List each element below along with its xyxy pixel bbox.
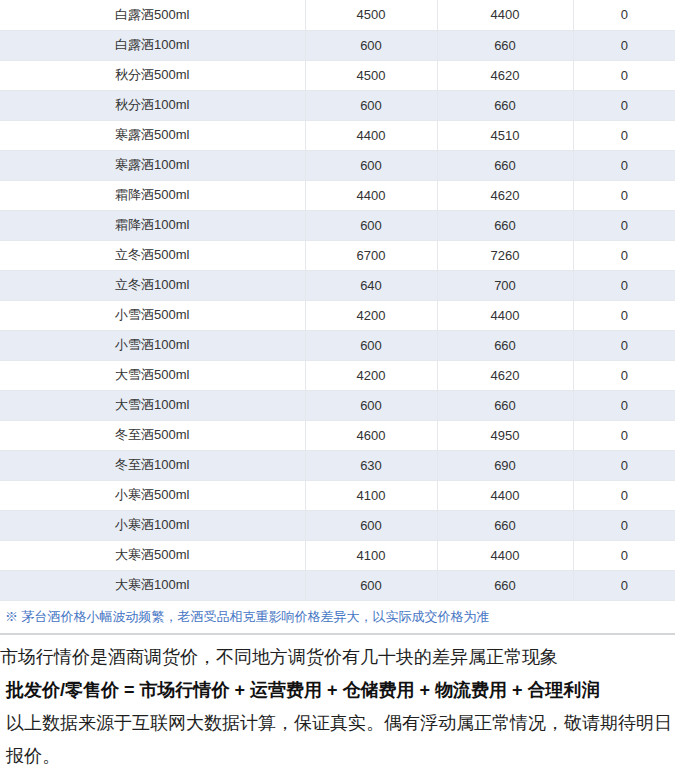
note-data-source-line1: 以上数据来源于互联网大数据计算，保证真实。偶有浮动属正常情况，敬请期待明日	[0, 707, 675, 740]
change-cell: 0	[573, 0, 675, 30]
change-cell: 0	[573, 180, 675, 210]
table-row: 小雪酒500ml420044000	[0, 300, 675, 330]
retail-price-cell: 700	[437, 270, 573, 300]
retail-price-cell: 660	[437, 30, 573, 60]
product-name-cell: 大寒酒500ml	[0, 540, 305, 570]
table-row: 秋分酒500ml450046200	[0, 60, 675, 90]
retail-price-cell: 4620	[437, 360, 573, 390]
retail-price-cell: 7260	[437, 240, 573, 270]
retail-price-cell: 4400	[437, 540, 573, 570]
change-cell: 0	[573, 240, 675, 270]
change-cell: 0	[573, 510, 675, 540]
table-row: 白露酒100ml6006600	[0, 30, 675, 60]
retail-price-cell: 660	[437, 330, 573, 360]
change-cell: 0	[573, 420, 675, 450]
product-name-cell: 大雪酒500ml	[0, 360, 305, 390]
product-name-cell: 冬至酒500ml	[0, 420, 305, 450]
table-row: 霜降酒100ml6006600	[0, 210, 675, 240]
change-cell: 0	[573, 60, 675, 90]
market-price-cell: 4200	[305, 300, 437, 330]
table-row: 冬至酒500ml460049500	[0, 420, 675, 450]
market-price-cell: 4600	[305, 420, 437, 450]
change-cell: 0	[573, 540, 675, 570]
product-name-cell: 霜降酒500ml	[0, 180, 305, 210]
table-row: 霜降酒500ml440046200	[0, 180, 675, 210]
retail-price-cell: 660	[437, 570, 573, 600]
market-price-cell: 4500	[305, 0, 437, 30]
retail-price-cell: 4400	[437, 0, 573, 30]
market-price-cell: 4200	[305, 360, 437, 390]
change-cell: 0	[573, 330, 675, 360]
retail-price-cell: 690	[437, 450, 573, 480]
market-price-cell: 600	[305, 510, 437, 540]
table-row: 大雪酒100ml6006600	[0, 390, 675, 420]
market-price-cell: 4100	[305, 480, 437, 510]
product-name-cell: 冬至酒100ml	[0, 450, 305, 480]
product-name-cell: 小雪酒100ml	[0, 330, 305, 360]
product-name-cell: 秋分酒100ml	[0, 90, 305, 120]
table-row: 寒露酒100ml6006600	[0, 150, 675, 180]
market-price-cell: 600	[305, 570, 437, 600]
retail-price-cell: 4950	[437, 420, 573, 450]
table-row: 冬至酒100ml6306900	[0, 450, 675, 480]
table-row: 小寒酒100ml6006600	[0, 510, 675, 540]
table-row: 小雪酒100ml6006600	[0, 330, 675, 360]
market-price-cell: 600	[305, 330, 437, 360]
market-price-cell: 600	[305, 390, 437, 420]
product-name-cell: 小寒酒500ml	[0, 480, 305, 510]
product-name-cell: 小寒酒100ml	[0, 510, 305, 540]
change-cell: 0	[573, 90, 675, 120]
change-cell: 0	[573, 270, 675, 300]
note-price-formula: 批发价/零售价 = 市场行情价 + 运营费用 + 仓储费用 + 物流费用 + 合…	[0, 674, 675, 707]
retail-price-cell: 4620	[437, 60, 573, 90]
market-price-cell: 4500	[305, 60, 437, 90]
retail-price-cell: 660	[437, 150, 573, 180]
product-name-cell: 白露酒500ml	[0, 0, 305, 30]
market-price-cell: 4100	[305, 540, 437, 570]
retail-price-cell: 4620	[437, 180, 573, 210]
change-cell: 0	[573, 480, 675, 510]
product-name-cell: 秋分酒500ml	[0, 60, 305, 90]
note-data-source-line2: 报价。	[0, 740, 675, 773]
table-row: 小寒酒500ml410044000	[0, 480, 675, 510]
change-cell: 0	[573, 390, 675, 420]
retail-price-cell: 4510	[437, 120, 573, 150]
change-cell: 0	[573, 450, 675, 480]
product-name-cell: 寒露酒500ml	[0, 120, 305, 150]
change-cell: 0	[573, 150, 675, 180]
market-price-cell: 600	[305, 150, 437, 180]
product-name-cell: 寒露酒100ml	[0, 150, 305, 180]
product-name-cell: 立冬酒100ml	[0, 270, 305, 300]
table-row: 秋分酒100ml6006600	[0, 90, 675, 120]
price-table-body: 白露酒500ml450044000白露酒100ml6006600秋分酒500ml…	[0, 0, 675, 600]
retail-price-cell: 4400	[437, 480, 573, 510]
retail-price-cell: 660	[437, 510, 573, 540]
price-disclaimer-note: ※ 茅台酒价格小幅波动频繁，老酒受品相克重影响价格差异大，以实际成交价格为准	[0, 601, 675, 633]
retail-price-cell: 660	[437, 210, 573, 240]
retail-price-cell: 4400	[437, 300, 573, 330]
retail-price-cell: 660	[437, 90, 573, 120]
market-price-cell: 600	[305, 30, 437, 60]
market-price-cell: 630	[305, 450, 437, 480]
table-row: 立冬酒100ml6407000	[0, 270, 675, 300]
change-cell: 0	[573, 30, 675, 60]
note-market-price: 市场行情价是酒商调货价，不同地方调货价有几十块的差异属正常现象	[0, 641, 675, 674]
table-row: 寒露酒500ml440045100	[0, 120, 675, 150]
product-name-cell: 立冬酒500ml	[0, 240, 305, 270]
product-name-cell: 大寒酒100ml	[0, 570, 305, 600]
market-price-cell: 6700	[305, 240, 437, 270]
market-price-cell: 600	[305, 210, 437, 240]
change-cell: 0	[573, 300, 675, 330]
market-price-cell: 4400	[305, 180, 437, 210]
table-row: 大雪酒500ml420046200	[0, 360, 675, 390]
product-name-cell: 霜降酒100ml	[0, 210, 305, 240]
price-table: 白露酒500ml450044000白露酒100ml6006600秋分酒500ml…	[0, 0, 675, 601]
table-row: 立冬酒500ml670072600	[0, 240, 675, 270]
change-cell: 0	[573, 120, 675, 150]
retail-price-cell: 660	[437, 390, 573, 420]
product-name-cell: 大雪酒100ml	[0, 390, 305, 420]
price-page: 白露酒500ml450044000白露酒100ml6006600秋分酒500ml…	[0, 0, 675, 773]
change-cell: 0	[573, 360, 675, 390]
product-name-cell: 小雪酒500ml	[0, 300, 305, 330]
market-price-cell: 640	[305, 270, 437, 300]
